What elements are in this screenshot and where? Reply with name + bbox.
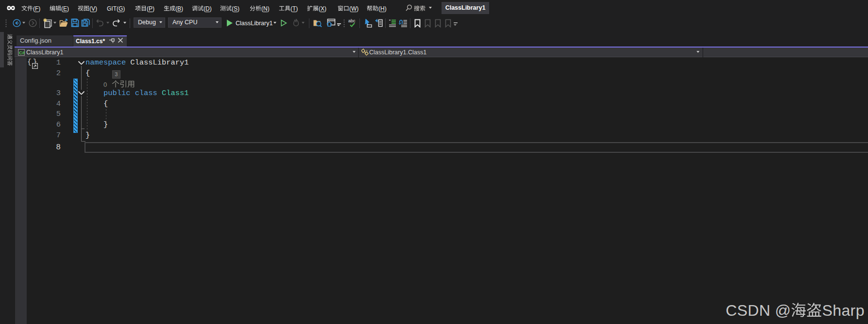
svg-text:abc: abc [348, 18, 356, 23]
svg-text:C#: C# [19, 50, 25, 55]
